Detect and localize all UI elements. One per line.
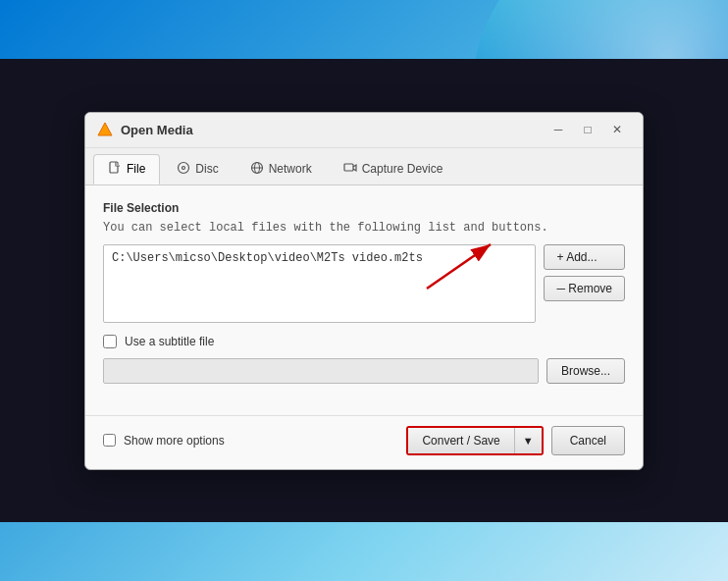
vlc-window: ▶ VLC media player ─ □ ✕ Media Playback …: [0, 0, 728, 581]
subtitle-checkbox-label[interactable]: Use a subtitle file: [125, 335, 214, 348]
network-tab-icon: [250, 161, 264, 178]
remove-file-button[interactable]: ─ Remove: [544, 276, 625, 301]
dialog-maximize-button[interactable]: □: [574, 118, 601, 141]
subtitle-browse-row: Browse...: [103, 358, 625, 384]
subtitle-browse-button[interactable]: Browse...: [546, 358, 625, 384]
tab-capture-device[interactable]: Capture Device: [329, 154, 458, 185]
file-selection-description: You can select local files with the foll…: [103, 221, 625, 235]
convert-save-button[interactable]: Convert / Save: [408, 428, 514, 453]
convert-save-wrapper: Convert / Save ▼: [406, 426, 543, 455]
svg-point-5: [179, 162, 189, 173]
tab-network-label: Network: [269, 162, 312, 176]
tab-file-label: File: [127, 162, 145, 176]
file-action-buttons: + Add... ─ Remove: [544, 244, 625, 301]
file-input-area: C:\Users\micso\Desktop\video\M2Ts video.…: [103, 244, 625, 323]
show-more-checkbox[interactable]: [103, 434, 116, 447]
open-media-dialog: Open Media ─ □ ✕: [84, 112, 644, 470]
tab-disc-label: Disc: [195, 162, 218, 176]
svg-marker-2: [98, 123, 112, 135]
add-file-button[interactable]: + Add...: [544, 244, 625, 270]
dialog-tabs: File Disc: [85, 148, 643, 185]
dialog-close-button[interactable]: ✕: [603, 118, 631, 141]
tab-capture-label: Capture Device: [362, 162, 443, 176]
file-selection-label: File Selection: [103, 201, 625, 215]
vlc-content-area: Open Media ─ □ ✕: [0, 59, 728, 522]
disc-tab-icon: [177, 161, 190, 178]
show-more-label[interactable]: Show more options: [124, 434, 225, 448]
dialog-minimize-button[interactable]: ─: [545, 118, 572, 141]
file-list-box[interactable]: C:\Users\micso\Desktop\video\M2Ts video.…: [103, 244, 536, 323]
dialog-title: Open Media: [121, 123, 545, 137]
svg-point-6: [182, 166, 185, 169]
cancel-button[interactable]: Cancel: [551, 426, 625, 455]
bottom-actions: Convert / Save ▼ Cancel: [406, 426, 625, 455]
subtitle-checkbox[interactable]: [103, 335, 117, 348]
tab-disc[interactable]: Disc: [162, 154, 233, 185]
svg-rect-10: [344, 164, 353, 171]
modal-overlay: Open Media ─ □ ✕: [0, 59, 728, 522]
dialog-titlebar: Open Media ─ □ ✕: [85, 113, 643, 148]
file-path-text: C:\Users\micso\Desktop\video\M2Ts video.…: [112, 251, 423, 265]
dialog-icon: [97, 122, 113, 137]
show-more-row: Show more options: [103, 434, 225, 448]
dialog-bottom: Show more options Convert / Save ▼ Cance…: [85, 415, 643, 469]
file-tab-icon: [108, 161, 122, 178]
dialog-window-controls: ─ □ ✕: [545, 118, 631, 141]
subtitle-checkbox-row: Use a subtitle file: [103, 335, 625, 348]
subtitle-path-input[interactable]: [103, 358, 539, 384]
capture-tab-icon: [343, 161, 357, 178]
convert-save-dropdown[interactable]: ▼: [515, 428, 542, 453]
dialog-body: File Selection You can select local file…: [85, 185, 643, 415]
tab-network[interactable]: Network: [235, 154, 327, 185]
tab-file[interactable]: File: [93, 154, 160, 185]
